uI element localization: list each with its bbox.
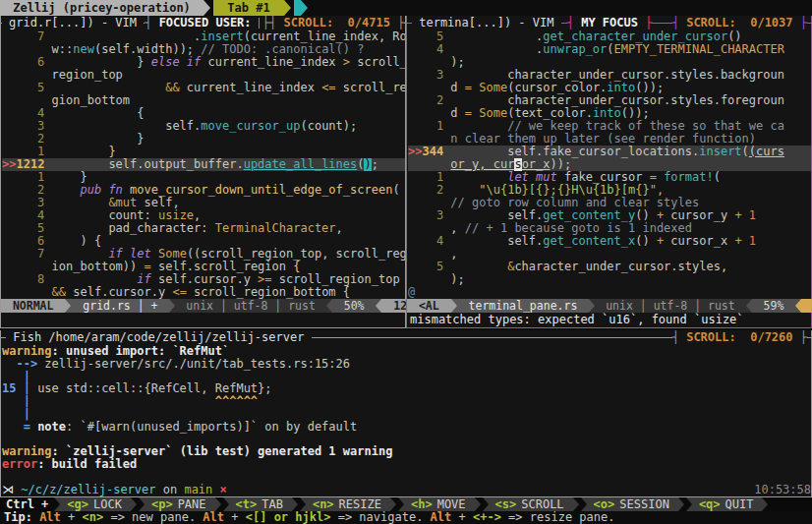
bracket-icon: ├: [397, 16, 404, 30]
bracket-icon: ┤: [567, 16, 574, 30]
terminal-row: = note: `#[warn(unused_imports)]` on by …: [2, 421, 811, 434]
vim-statusline: <AL terminal_pane.rs unix │ utf-8 │ rust…: [407, 299, 811, 313]
keybinding-bar: Ctrl + <g>LOCK<p>PANE<t>TAB<n>RESIZE<h>M…: [0, 497, 812, 511]
scroll-percent-indicator: 50%: [332, 299, 377, 313]
ale-error-message: mismatched types: expected `u16`, found …: [407, 313, 811, 327]
bracket-icon: ├: [262, 16, 269, 30]
bracket-icon: ┤: [672, 16, 679, 30]
terminal-row: ⋊ ~/c/z/zellij-server on main ×10:53:58: [2, 484, 811, 496]
powerline-arrow-icon: [301, 0, 308, 16]
terminal-row: --> zellij-server/src/./unit/tab_tests.r…: [2, 358, 811, 371]
ctrl-prefix-label: Ctrl +: [0, 497, 54, 511]
tab-bar: Zellij (pricey-operation) Tab #1: [0, 0, 812, 16]
keybar-hint-lock: <g>LOCK: [54, 497, 131, 511]
terminal-row: && self.cursor.y <= scroll_region_bottom…: [2, 286, 405, 299]
terminal-row: 4 self.get_content_x() + cursor_x + 1: [408, 235, 811, 248]
file-meta-indicator: unix │ utf-8 │ rust: [175, 299, 325, 313]
my-focus-badge: MY FOCUS: [574, 16, 645, 30]
tip-text: Tip: Alt + <n> => new pane. Alt + <[] or…: [4, 510, 614, 524]
bracket-icon: ├: [800, 330, 807, 345]
terminal-row: 5 &character_under_cursor.styles,: [408, 261, 811, 273]
terminal-row: 4 .unwrap_or(EMPTY_TERMINAL_CHARACTER: [408, 43, 811, 56]
cursor-position-indicator: 344:56: [801, 299, 812, 313]
bracket-icon: ├: [800, 16, 807, 30]
keybar-hint-tab: <t>TAB: [223, 497, 292, 511]
keybar-hint-move: <h>MOVE: [398, 497, 475, 511]
bracket-icon: ┤: [269, 16, 276, 30]
filename-indicator: grid.rs │ +: [71, 299, 169, 313]
tip-bar: Tip: Alt + <n> => new pane. Alt + <[] or…: [0, 511, 812, 524]
scroll-indicator: SCROLL: 0/4715: [276, 16, 397, 30]
terminal-row: @: [408, 286, 811, 299]
remote-user-cursor: [259, 18, 260, 29]
terminal-row: | ^^^^^^: [2, 395, 811, 408]
terminal-row: warning: unused import: `RefMut`: [2, 345, 811, 358]
file-meta-indicator: unix │ utf-8 │ rust: [595, 299, 745, 313]
bracket-icon: ┤: [145, 16, 151, 30]
session-name-badge: Zellij (pricey-operation): [0, 0, 203, 16]
border-line: [404, 23, 405, 24]
pane-title: termina[...]) - VIM: [412, 16, 561, 30]
focused-user-badge: FOCUSED USER:: [151, 16, 258, 30]
pane-row: grid.r[...]) - VIM ┤ FOCUSED USER: ├ ┤ S…: [0, 16, 812, 328]
pane-title-row: termina[...]) - VIM ┤ MY FOCUS ├ ┤ SCROL…: [407, 16, 811, 30]
vim-statusline: NORMAL grid.rs │ + unix │ utf-8 │ rust 5…: [1, 299, 405, 313]
scroll-indicator: SCROLL: 0/7260: [679, 330, 800, 345]
vim-mode-indicator: <AL: [407, 299, 451, 313]
powerline-arrow-icon: [203, 0, 210, 16]
keybar-hint-session: <o>SESSION: [581, 497, 678, 511]
bottom-pane-wrap: Fish /home/aram/code/zellij/zellij-serve…: [0, 330, 812, 497]
terminal-row: |: [2, 408, 811, 421]
scroll-percent-indicator: 59%: [752, 299, 796, 313]
border-line: [312, 337, 672, 338]
scroll-indicator: SCROLL: 0/1037: [679, 16, 800, 30]
new-tab-marker: [294, 0, 301, 16]
pane-grid-rs[interactable]: grid.r[...]) - VIM ┤ FOCUSED USER: ├ ┤ S…: [0, 16, 406, 328]
keybar-hint-quit: <q>QUIT: [686, 497, 763, 511]
terminal-row: );: [408, 273, 811, 286]
powerline-arrow-icon: [284, 0, 291, 16]
pane-fish-terminal[interactable]: Fish /home/aram/code/zellij/zellij-serve…: [0, 330, 812, 497]
keybar-hint-resize: <n>RESIZE: [300, 497, 390, 511]
terminal-row: error: build failed: [2, 458, 811, 471]
pane-title-row: Fish /home/aram/code/zellij/zellij-serve…: [1, 330, 811, 345]
keybar-hint-pane: <p>PANE: [139, 497, 215, 511]
keybar-hint-scroll: <s>SCROLL: [483, 497, 573, 511]
border-line: [807, 337, 811, 338]
vim-buffer-grid-rs[interactable]: 7 .insert(current_line_index, Ro w::new(…: [1, 30, 405, 299]
keybar-items: <g>LOCK<p>PANE<t>TAB<n>RESIZE<h>MOVE<s>S…: [54, 497, 770, 511]
vim-cmdline: [1, 313, 405, 327]
filename-indicator: terminal_pane.rs: [457, 299, 590, 313]
bracket-icon: ├: [645, 16, 652, 30]
pane-title: grid.r[...]) - VIM: [2, 16, 145, 30]
pane-title: Fish /home/aram/code/zellij/zellij-serve…: [6, 330, 312, 345]
vim-mode-indicator: NORMAL: [1, 299, 65, 313]
border-line: [652, 23, 671, 24]
bracket-icon: ┤: [672, 330, 679, 345]
vim-buffer-terminal-pane-rs[interactable]: 5 .get_character_under_cursor() 4 .unwra…: [407, 30, 811, 299]
pane-terminal-pane-rs[interactable]: termina[...]) - VIM ┤ MY FOCUS ├ ┤ SCROL…: [406, 16, 812, 328]
pane-title-row: grid.r[...]) - VIM ┤ FOCUSED USER: ├ ┤ S…: [1, 16, 405, 30]
shell-output[interactable]: warning: unused import: `RefMut` --> zel…: [1, 345, 811, 496]
terminal-row: [2, 471, 811, 484]
border-line: [807, 23, 811, 24]
clock-text: 10:53:58: [754, 484, 811, 496]
tab-1[interactable]: Tab #1: [213, 0, 284, 16]
